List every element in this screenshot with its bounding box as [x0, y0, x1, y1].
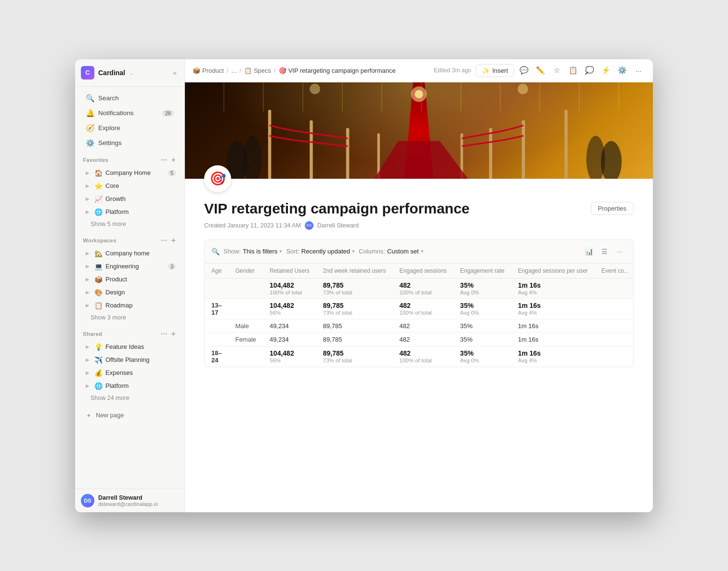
comment-icon[interactable]: 💬 — [517, 64, 531, 77]
table-search-icon[interactable]: 🔍 — [211, 248, 220, 255]
breadcrumb-separator: / — [227, 67, 229, 74]
edited-time: Edited 3m ago — [434, 67, 471, 74]
offsite-planning-icon: ✈️ — [94, 356, 103, 364]
sidebar-item-settings[interactable]: ⚙️ Settings — [78, 136, 182, 150]
sidebar-item-platform-fav[interactable]: ▶ 🌐 Platform — [78, 206, 182, 218]
chevron-icon: ▶ — [86, 290, 91, 295]
breadcrumb-product[interactable]: 📦 Product — [193, 67, 224, 74]
chat-icon[interactable]: 💭 — [583, 64, 596, 77]
sidebar-explore-label: Explore — [98, 124, 120, 132]
col-engaged-sessions: Engaged sessions — [393, 264, 454, 279]
bell-icon: 🔔 — [86, 109, 94, 118]
dropdown-icon[interactable]: ⌄ — [129, 69, 134, 76]
cell-retained-users: 49,234 — [263, 332, 316, 346]
collapse-sidebar-button[interactable]: « — [171, 67, 179, 79]
current-page-icon: 🎯 — [279, 67, 286, 74]
breadcrumb-current-page[interactable]: 🎯 VIP retargeting campaign performance — [279, 67, 396, 74]
chevron-icon: ▶ — [86, 251, 91, 256]
sidebar-item-notifications[interactable]: 🔔 Notifications 28 — [78, 106, 182, 120]
sidebar-notifications-label: Notifications — [98, 109, 134, 117]
list-view-button[interactable]: ☰ — [598, 245, 611, 258]
share-icon[interactable]: 📋 — [566, 64, 580, 77]
chevron-icon: ▶ — [86, 344, 91, 349]
cell-age — [205, 319, 229, 332]
workspaces-section-header: Workspaces ··· + — [75, 231, 184, 247]
sidebar-item-product[interactable]: ▶ 📦 Product — [78, 273, 182, 286]
chevron-icon: ▶ — [86, 370, 91, 375]
shared-add-icon[interactable]: + — [170, 330, 177, 338]
page-content: 🎯 VIP retargeting campaign performance P… — [185, 82, 653, 512]
sidebar-item-expenses[interactable]: ▶ 💰 Expenses — [78, 367, 182, 379]
top-bar-right: Edited 3m ago ✨ Insert 💬 ✏️ ☆ 📋 💭 ⚡ ⚙️ ·… — [434, 64, 645, 77]
page-icon[interactable]: 🎯 — [204, 165, 231, 192]
avatar[interactable]: DS — [81, 494, 94, 507]
filter-columns-chip[interactable]: Columns: Custom set ▾ — [359, 248, 424, 255]
cell-sessions-per: 1m 16s — [511, 319, 595, 332]
breadcrumb-separator: / — [274, 67, 276, 74]
author-avatar: DS — [305, 221, 313, 230]
cell-engaged: 482 100% of total — [393, 278, 454, 298]
sidebar-item-platform-shared[interactable]: ▶ 🌐 Platform — [78, 380, 182, 392]
product-icon: 📦 — [94, 276, 103, 283]
favorites-more-icon[interactable]: ··· — [159, 156, 168, 164]
expenses-icon: 💰 — [94, 369, 103, 377]
page-meta: Created January 11, 2023 11:34 AM DS Dar… — [204, 221, 634, 230]
sidebar-item-roadmap[interactable]: ▶ 📋 Roadmap — [78, 299, 182, 312]
cell-rate: 35% Avg 0% — [454, 346, 511, 367]
company-home-icon: 🏠 — [94, 169, 103, 177]
sidebar-item-growth[interactable]: ▶ 📈 Growth — [78, 193, 182, 205]
chevron-icon: ▶ — [86, 170, 91, 175]
gear-icon[interactable]: ⚙️ — [615, 64, 629, 77]
new-page-button[interactable]: ＋ New page — [78, 407, 182, 424]
workspaces-section-actions: ··· + — [159, 236, 177, 245]
sidebar-item-offsite-planning[interactable]: ▶ ✈️ Offsite Planning — [78, 354, 182, 366]
favorites-show-more[interactable]: Show 5 more — [75, 219, 184, 231]
breadcrumb-specs[interactable]: 📋 Specs — [244, 67, 271, 74]
sidebar-item-feature-ideas[interactable]: ▶ 💡 Feature Ideas — [78, 341, 182, 353]
cell-retained2: 89,785 73% of total — [316, 278, 393, 298]
cell-engaged: 482 100% of total — [393, 346, 454, 367]
more-options-icon[interactable]: ··· — [632, 64, 645, 77]
filter-show-chip[interactable]: Show: This is filters ▾ — [223, 248, 282, 255]
sidebar-item-explore[interactable]: 🧭 Explore — [78, 121, 182, 135]
cell-retained-users: 104,482 56% — [263, 298, 316, 319]
favorites-add-icon[interactable]: + — [170, 156, 177, 164]
edit-icon[interactable]: ✏️ — [533, 64, 547, 77]
cell-gender: Female — [229, 332, 263, 346]
cell-age — [205, 332, 229, 346]
cell-event — [595, 298, 633, 319]
search-icon: 🔍 — [86, 94, 94, 103]
breadcrumb-separator: / — [239, 67, 241, 74]
activity-icon[interactable]: ⚡ — [599, 64, 612, 77]
hero-decoration — [185, 82, 653, 179]
shared-more-icon[interactable]: ··· — [159, 330, 168, 338]
favorites-section-actions: ··· + — [159, 156, 177, 164]
growth-icon: 📈 — [94, 195, 103, 203]
insert-button[interactable]: ✨ Insert — [476, 64, 514, 77]
cell-sessions-per: 1m 16s — [511, 332, 595, 346]
cell-event — [595, 319, 633, 332]
favorites-section-header: Favorites ··· + — [75, 151, 184, 166]
properties-button[interactable]: Properties — [591, 202, 634, 215]
workspaces-show-more[interactable]: Show 3 more — [75, 312, 184, 325]
sidebar-logo[interactable]: C Cardinal ⌄ — [81, 66, 134, 80]
table-more-button[interactable]: ··· — [613, 245, 626, 258]
cell-retained-users: 104,482 56% — [263, 346, 316, 367]
filter-sort-chip[interactable]: Sort: Recently updated ▾ — [286, 248, 355, 255]
chevron-down-icon: ▾ — [352, 248, 355, 254]
shared-show-more[interactable]: Show 24 more — [75, 393, 184, 405]
cell-engaged: 482 — [393, 332, 454, 346]
sidebar-item-company-home[interactable]: ▶ 🏠 Company Home 5 — [78, 167, 182, 179]
sidebar-item-company-home-ws[interactable]: ▶ 🏡 Company home — [78, 247, 182, 260]
chart-view-button[interactable]: 📊 — [582, 245, 596, 258]
cell-event — [595, 346, 633, 367]
sidebar-item-design[interactable]: ▶ 🎨 Design — [78, 286, 182, 299]
sidebar-item-core[interactable]: ▶ ⭐ Core — [78, 180, 182, 192]
breadcrumb-ellipsis[interactable]: ... — [231, 67, 236, 74]
sidebar-item-engineering[interactable]: ▶ 💻 Engineering 3 — [78, 260, 182, 273]
workspaces-add-icon[interactable]: + — [170, 236, 177, 245]
workspaces-more-icon[interactable]: ··· — [159, 236, 168, 245]
table-row: 104,482 100% of total 89,785 73% of tota… — [205, 278, 633, 298]
star-icon[interactable]: ☆ — [550, 64, 563, 77]
sidebar-item-search[interactable]: 🔍 Search — [78, 91, 182, 106]
